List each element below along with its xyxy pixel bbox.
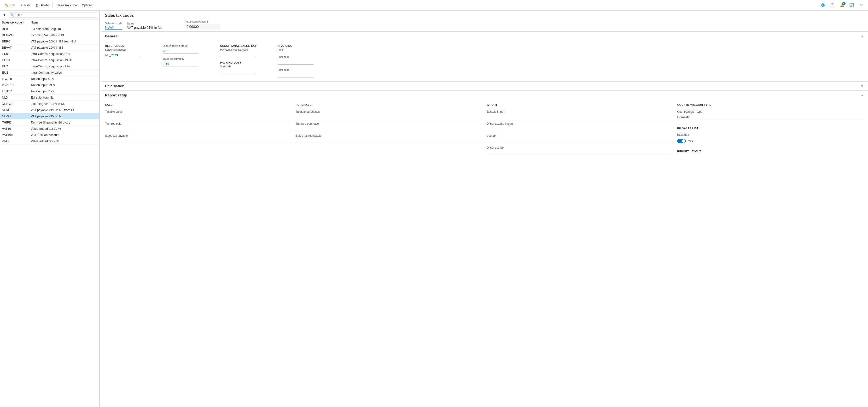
- use-tax-input[interactable]: [487, 138, 673, 143]
- offset-taxable-import-input[interactable]: [487, 126, 673, 131]
- filter-input[interactable]: [15, 13, 96, 17]
- plus-icon: ＋: [20, 3, 23, 7]
- report-layout-block: REPORT LAYOUT: [677, 150, 863, 154]
- list-item[interactable]: BEVAT VAT payable 20% in BE: [0, 45, 99, 51]
- report-purchase-col: PURCHASE Taxable purchases Tax-free purc…: [296, 104, 482, 155]
- list-item-code: InVAT7: [2, 89, 31, 93]
- list-item-code: InVAT19: [2, 83, 31, 87]
- list-item-name: VAT 19% on account: [31, 133, 97, 137]
- report-import-col: IMPORT Taxable import Offset taxable imp…: [487, 104, 673, 155]
- print-code-label-2: Print code: [278, 68, 326, 71]
- list-item[interactable]: InVAT0 Tax on input 0 %: [0, 76, 99, 82]
- list-item-code: EU0: [2, 52, 31, 56]
- excluded-toggle[interactable]: [677, 139, 686, 143]
- code-field-value[interactable]: NLVAT: [105, 25, 122, 29]
- ledger-posting-value[interactable]: VAT: [162, 49, 198, 54]
- conditional-block: CONDITIONAL SALES TAX Payment sales tax …: [220, 45, 268, 57]
- left-panel-toolbar: ▼ 🔍: [0, 10, 99, 20]
- list-item[interactable]: EUS Intra-Community sales: [0, 69, 99, 76]
- options-menu[interactable]: Options: [80, 2, 94, 8]
- list-item-name: Value added tax 7 %: [31, 139, 97, 143]
- list-item[interactable]: VAT19 Value added tax 19 %: [0, 126, 99, 132]
- delete-button[interactable]: 🗑 Delete: [33, 2, 51, 8]
- sales-tax-payable-input[interactable]: [105, 138, 291, 143]
- list-item[interactable]: BERC VAT payable 20% in BE from EU: [0, 38, 99, 45]
- general-grid: REFERENCES Settlement period NL_MON Ledg…: [105, 45, 863, 78]
- filter-icon[interactable]: ▼: [2, 12, 7, 18]
- list-item[interactable]: NLInVAT Incoming VAT 21% in NL: [0, 101, 99, 107]
- offset-use-tax-field: Offset use tax: [487, 146, 673, 155]
- tax-free-purchase-field: Tax-free purchase: [296, 122, 482, 131]
- list-item[interactable]: InVAT19 Tax on input 19 %: [0, 82, 99, 88]
- taxable-import-input[interactable]: [487, 114, 673, 119]
- report-setup-grid: SALE Taxable sales Tax-free sale Sales t…: [105, 104, 863, 155]
- list-item-code: VAT19A: [2, 133, 31, 137]
- list-item[interactable]: NLRC VAT payable 21% in NL from EU: [0, 107, 99, 113]
- calculation-section-title: Calculation: [105, 84, 124, 88]
- list-item[interactable]: EU7 Intra-Comm. acquisition 7 %: [0, 63, 99, 69]
- list-item-name: VAT payable 21% in NL: [31, 114, 97, 118]
- sales-tax-code-menu[interactable]: Sales tax code: [55, 2, 79, 8]
- report-sale-col: SALE Taxable sales Tax-free sale Sales t…: [105, 104, 291, 155]
- offset-taxable-import-field: Offset taxable import: [487, 122, 673, 131]
- taxable-import-field: Taxable import: [487, 110, 673, 119]
- amount-field-label: Percentage/Amount: [185, 20, 220, 23]
- new-button[interactable]: ＋ New: [18, 2, 32, 8]
- purchase-col-label: PURCHASE: [296, 104, 482, 106]
- list-item[interactable]: NLVAT VAT payable 21% in NL: [0, 113, 99, 119]
- tax-free-sale-input[interactable]: [105, 126, 291, 131]
- invoicing-col: INVOICING Print Print code Print code: [278, 45, 326, 78]
- name-field-label: Name: [127, 22, 180, 25]
- column-icon-button[interactable]: 📋: [829, 1, 836, 9]
- list-item[interactable]: EU0 Intra-Comm. acquisition 0 %: [0, 51, 99, 57]
- settlement-period-value[interactable]: NL_MON: [105, 53, 141, 57]
- list-item[interactable]: VAT19A VAT 19% on account: [0, 132, 99, 138]
- print-code-input[interactable]: [278, 60, 314, 64]
- sort-code-input[interactable]: [220, 69, 256, 74]
- list-item[interactable]: EU19 Intra-Comm. acquisition 19 %: [0, 57, 99, 63]
- payment-code-input[interactable]: [220, 53, 256, 57]
- col-code-header[interactable]: Sales tax code ↑: [2, 21, 31, 24]
- country-region-type-value: Domestic: [677, 115, 690, 119]
- list-item[interactable]: THIRD Tax-free Shipments third ctry: [0, 119, 99, 126]
- new-label: New: [24, 3, 30, 7]
- calculation-section-header[interactable]: Calculation ∨: [100, 82, 868, 90]
- list-item-name: EU sale from NL: [31, 96, 97, 99]
- close-icon-button[interactable]: ✕: [858, 1, 865, 9]
- tax-free-purchase-input[interactable]: [296, 126, 482, 131]
- report-setup-header[interactable]: Report setup ∧: [100, 91, 868, 99]
- taxable-sales-input[interactable]: [105, 114, 291, 119]
- list-item[interactable]: BEInVAT Incoming VAT 20% in BE: [0, 32, 99, 38]
- list-item[interactable]: NL0 EU sale from NL: [0, 94, 99, 101]
- diamond-icon-button[interactable]: 💠: [819, 1, 827, 9]
- name-field-value: VAT payable 21% in NL: [127, 26, 180, 29]
- sales-tax-receivable-input[interactable]: [296, 138, 482, 143]
- list-item[interactable]: VAT7 Value added tax 7 %: [0, 138, 99, 144]
- references-label: REFERENCES: [105, 45, 153, 47]
- notification-button[interactable]: 🔔 5: [838, 1, 846, 9]
- list-item[interactable]: BE0 EU sale from Belgium: [0, 26, 99, 32]
- list-item-code: EU19: [2, 58, 31, 62]
- list-item-code: NLVAT: [2, 114, 31, 118]
- list-item-code: EUS: [2, 71, 31, 74]
- list-item-name: Incoming VAT 21% in NL: [31, 102, 97, 106]
- general-section-header[interactable]: General ∧: [100, 32, 868, 40]
- list-item-name: VAT payable 20% in BE: [31, 46, 97, 50]
- print-code-input-2[interactable]: [278, 73, 314, 78]
- refresh-icon-button[interactable]: 🔄: [848, 1, 856, 9]
- field-group-name: Name VAT payable 21% in NL: [127, 22, 180, 29]
- right-panel: Sales tax codes Sales tax code NLVAT Nam…: [100, 10, 868, 407]
- col-name-header: Name: [31, 21, 97, 24]
- list-item-name: Tax-free Shipments third ctry: [31, 121, 97, 124]
- taxable-purchases-input[interactable]: [296, 114, 482, 119]
- sales-tax-payable-label: Sales tax payable: [105, 134, 291, 138]
- list-item[interactable]: InVAT7 Tax on input 7 %: [0, 88, 99, 94]
- list-item-name: Tax on input 0 %: [31, 77, 97, 81]
- edit-button[interactable]: ✏️ Edit: [3, 2, 17, 8]
- list-item-code: BEInVAT: [2, 33, 31, 37]
- excluded-toggle-row: Yes: [677, 139, 863, 143]
- toggle-thumb: [682, 139, 685, 143]
- sales-tax-currency-value[interactable]: EUR: [162, 62, 198, 66]
- offset-use-tax-input[interactable]: [487, 150, 673, 155]
- taxable-sales-label: Taxable sales: [105, 110, 291, 113]
